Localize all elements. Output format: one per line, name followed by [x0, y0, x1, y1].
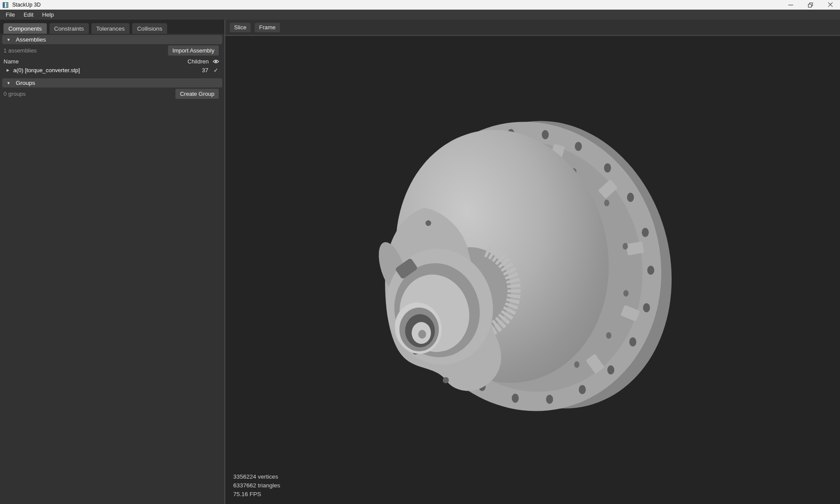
viewport-canvas[interactable]: 3356224 vertices 6337662 triangles 75.16… — [225, 36, 840, 504]
components-panel: ▼ Assemblies 1 assemblies Import Assembl… — [0, 34, 224, 504]
groups-section-title: Groups — [16, 80, 35, 86]
tab-tolerances[interactable]: Tolerances — [91, 23, 130, 34]
stat-vertices: 3356224 vertices — [233, 472, 280, 481]
assemblies-meta-row: 1 assemblies Import Assembly — [0, 44, 224, 57]
viewport: Slice Frame — [225, 20, 840, 504]
assembly-row[interactable]: ▶ a(0) [torque_converter.stp] 37 ✓ — [0, 66, 224, 74]
slice-button[interactable]: Slice — [230, 23, 251, 32]
window-title: StackUp 3D — [12, 2, 41, 8]
chevron-down-icon: ▼ — [7, 81, 10, 85]
panel-tab-strip: Components Constraints Tolerances Collis… — [0, 20, 224, 34]
groups-count: 0 groups — [4, 91, 26, 97]
groups-meta-row: 0 groups Create Group — [0, 88, 224, 100]
assembly-children-count: 37 — [202, 67, 208, 74]
import-assembly-button[interactable]: Import Assembly — [168, 46, 219, 56]
assembly-name: a(0) [torque_converter.stp] — [13, 67, 80, 74]
minimize-button[interactable] — [781, 0, 801, 10]
create-group-button[interactable]: Create Group — [175, 89, 219, 99]
assemblies-section-title: Assemblies — [16, 36, 46, 43]
tab-constraints[interactable]: Constraints — [49, 23, 89, 34]
restore-button[interactable] — [801, 0, 820, 10]
assemblies-count: 1 assemblies — [4, 47, 37, 54]
visibility-check-icon[interactable]: ✓ — [213, 67, 219, 74]
chevron-right-icon[interactable]: ▶ — [7, 68, 9, 72]
titlebar: StackUp 3D — [0, 0, 840, 10]
viewport-toolbar: Slice Frame — [225, 20, 840, 36]
minimize-icon — [788, 5, 793, 5]
menu-file[interactable]: File — [1, 10, 19, 20]
assemblies-section-header[interactable]: ▼ Assemblies — [2, 35, 222, 44]
menubar: File Edit Help — [0, 10, 840, 20]
main-area: Components Constraints Tolerances Collis… — [0, 20, 840, 504]
stat-triangles: 6337662 triangles — [233, 481, 280, 490]
window-controls — [781, 0, 840, 10]
close-button[interactable] — [820, 0, 840, 10]
close-icon — [828, 2, 833, 7]
chevron-down-icon: ▼ — [7, 38, 10, 42]
render-stats: 3356224 vertices 6337662 triangles 75.16… — [233, 472, 280, 499]
column-name: Name — [4, 58, 19, 65]
stat-fps: 75.16 FPS — [233, 490, 280, 499]
frame-button[interactable]: Frame — [255, 23, 280, 32]
assemblies-table-header: Name Children — [0, 57, 224, 66]
tab-components[interactable]: Components — [4, 23, 47, 34]
menu-edit[interactable]: Edit — [19, 10, 38, 20]
menu-help[interactable]: Help — [38, 10, 58, 20]
groups-section-header[interactable]: ▼ Groups — [2, 78, 222, 88]
tab-collisions[interactable]: Collisions — [132, 23, 167, 34]
eye-icon[interactable] — [213, 59, 219, 64]
column-children: Children — [188, 58, 209, 65]
left-panel: Components Constraints Tolerances Collis… — [0, 20, 225, 504]
app-icon — [3, 2, 8, 8]
model-torque-converter[interactable] — [225, 36, 840, 504]
restore-icon — [808, 3, 813, 7]
